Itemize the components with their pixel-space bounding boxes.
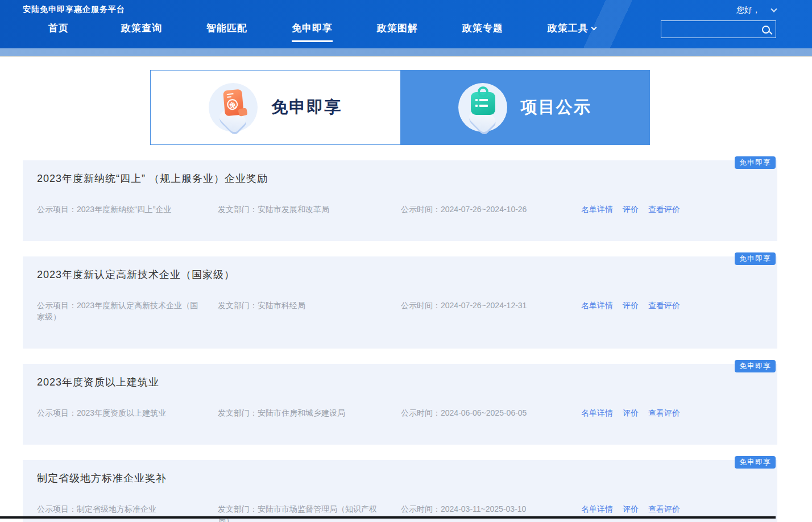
nav-item-label: 首页	[48, 23, 69, 34]
time-field-label: 公示时间：	[401, 301, 441, 310]
project-list-icon	[458, 83, 507, 132]
link-view-evaluations[interactable]: 查看评价	[648, 407, 680, 419]
department-field: 发文部门：安陆市住房和城乡建设局	[218, 407, 401, 419]
link-list-detail[interactable]: 名单详情	[581, 503, 613, 515]
department-field-label: 发文部门：	[218, 408, 258, 417]
mian-character: 免	[227, 98, 239, 110]
link-view-evaluations[interactable]: 查看评价	[648, 503, 680, 515]
card-actions: 名单详情评价查看评价	[581, 300, 680, 311]
policy-title[interactable]: 2023年度新纳统“四上” （规上服务业）企业奖励	[37, 172, 763, 185]
time-field-value: 2024-07-26~2024-12-31	[441, 301, 527, 310]
time-field-value: 2024-06-06~2025-06-05	[441, 408, 527, 417]
time-field: 公示时间：2024-07-26~2024-10-26	[401, 204, 581, 215]
view-tabs: 免 免申即享 项目公示	[150, 70, 650, 145]
link-view-evaluations[interactable]: 查看评价	[648, 204, 680, 215]
policy-card: 免申即享2023年度新认定高新技术企业（国家级）公示项目：2023年度新认定高新…	[23, 256, 777, 349]
time-field-value: 2024-03-11~2025-03-10	[441, 504, 526, 513]
policy-title[interactable]: 制定省级地方标准企业奖补	[37, 471, 763, 485]
chevron-down-icon[interactable]	[770, 6, 777, 12]
nav-item-label: 智能匹配	[206, 23, 247, 34]
department-field: 发文部门：安陆市科经局	[218, 300, 401, 311]
link-list-detail[interactable]: 名单详情	[581, 204, 613, 215]
policy-card: 免申即享制定省级地方标准企业奖补公示项目：制定省级地方标准企业发文部门：安陆市市…	[23, 460, 777, 522]
nav-item-home[interactable]: 首页	[48, 22, 69, 42]
card-actions: 名单详情评价查看评价	[581, 503, 680, 515]
department-field: 发文部门：安陆市发展和改革局	[218, 204, 401, 215]
time-field-label: 公示时间：	[401, 205, 441, 214]
footer-top-edge	[0, 516, 776, 519]
link-evaluate[interactable]: 评价	[623, 300, 639, 311]
search-box[interactable]	[661, 20, 776, 38]
nav-item-policy-tools[interactable]: 政策工具	[548, 22, 596, 42]
nav-item-policy-topics[interactable]: 政策专题	[462, 22, 503, 42]
time-field-label: 公示时间：	[401, 408, 441, 417]
project-field-label: 公示项目：	[37, 408, 77, 417]
nav-item-policy-graphic[interactable]: 政策图解	[377, 22, 418, 42]
link-view-evaluations[interactable]: 查看评价	[648, 300, 680, 311]
greeting-text: 您好，	[736, 5, 760, 15]
user-greeting[interactable]: 您好，	[736, 5, 776, 15]
policy-meta: 公示项目：2023年度新认定高新技术企业（国家级）发文部门：安陆市科经局公示时间…	[37, 300, 763, 322]
policy-title[interactable]: 2023年度资质以上建筑业	[37, 375, 763, 389]
nav-item-label: 政策专题	[462, 23, 503, 34]
publicity-list: 免申即享2023年度新纳统“四上” （规上服务业）企业奖励公示项目：2023年度…	[23, 160, 777, 522]
project-field-value: 2023年度资质以上建筑业	[77, 408, 166, 417]
mianshen-badge: 免申即享	[735, 360, 776, 372]
link-evaluate[interactable]: 评价	[623, 503, 639, 515]
mianshen-badge: 免申即享	[735, 456, 776, 469]
main-nav: 首页政策查询智能匹配免申即享政策图解政策专题政策工具	[48, 22, 640, 42]
link-evaluate[interactable]: 评价	[623, 407, 639, 419]
nav-item-label: 免申即享	[292, 23, 333, 34]
time-field: 公示时间：2024-06-06~2025-06-05	[401, 407, 581, 419]
tab-label: 项目公示	[521, 96, 591, 119]
policy-meta: 公示项目：2023年度资质以上建筑业发文部门：安陆市住房和城乡建设局公示时间：2…	[37, 407, 763, 419]
nav-item-mianshen-jixiang[interactable]: 免申即享	[292, 22, 333, 42]
project-field: 公示项目：制定省级地方标准企业	[37, 503, 218, 515]
project-field: 公示项目：2023年度新认定高新技术企业（国家级）	[37, 300, 218, 322]
banner-strip	[0, 48, 812, 57]
project-field-label: 公示项目：	[37, 504, 77, 513]
link-evaluate[interactable]: 评价	[623, 204, 639, 215]
time-field-value: 2024-07-26~2024-10-26	[441, 205, 527, 214]
mianshen-document-icon: 免	[209, 83, 258, 132]
project-field-label: 公示项目：	[37, 301, 77, 310]
site-title: 安陆免申即享惠企服务平台	[23, 5, 125, 15]
link-list-detail[interactable]: 名单详情	[581, 407, 613, 419]
chevron-down-icon	[591, 25, 597, 31]
policy-meta: 公示项目：2023年度新纳统“四上”企业发文部门：安陆市发展和改革局公示时间：2…	[37, 204, 763, 215]
mianshen-badge: 免申即享	[735, 156, 776, 169]
search-icon[interactable]	[762, 26, 770, 34]
department-field-value: 安陆市发展和改革局	[258, 205, 329, 214]
policy-meta: 公示项目：制定省级地方标准企业发文部门：安陆市市场监督管理局（知识产权局）公示时…	[37, 503, 763, 522]
department-field-label: 发文部门：	[218, 205, 258, 214]
project-field-label: 公示项目：	[37, 205, 77, 214]
nav-item-label: 政策查询	[121, 23, 162, 34]
nav-item-label: 政策工具	[548, 23, 589, 34]
project-field: 公示项目：2023年度新纳统“四上”企业	[37, 204, 218, 215]
link-list-detail[interactable]: 名单详情	[581, 300, 613, 311]
mianshen-badge: 免申即享	[735, 252, 776, 265]
department-field-value: 安陆市住房和城乡建设局	[258, 408, 345, 417]
policy-card: 免申即享2023年度新纳统“四上” （规上服务业）企业奖励公示项目：2023年度…	[23, 160, 777, 241]
project-field-value: 制定省级地方标准企业	[77, 504, 156, 513]
policy-title[interactable]: 2023年度新认定高新技术企业（国家级）	[37, 268, 763, 281]
card-actions: 名单详情评价查看评价	[581, 204, 680, 215]
department-field: 发文部门：安陆市市场监督管理局（知识产权局）	[218, 503, 401, 522]
tab-mianshen-jixiang[interactable]: 免 免申即享	[151, 71, 400, 144]
department-field-label: 发文部门：	[218, 504, 258, 513]
card-actions: 名单详情评价查看评价	[581, 407, 680, 419]
nav-item-smart-match[interactable]: 智能匹配	[206, 22, 247, 42]
search-input[interactable]	[661, 25, 762, 34]
time-field: 公示时间：2024-07-26~2024-12-31	[401, 300, 581, 311]
policy-card: 免申即享2023年度资质以上建筑业公示项目：2023年度资质以上建筑业发文部门：…	[23, 364, 777, 445]
department-field-label: 发文部门：	[218, 301, 258, 310]
time-field: 公示时间：2024-03-11~2025-03-10	[401, 503, 581, 515]
nav-item-policy-search[interactable]: 政策查询	[121, 22, 162, 42]
department-field-value: 安陆市科经局	[258, 301, 305, 310]
tab-project-publicity[interactable]: 项目公示	[400, 71, 650, 144]
site-header: 安陆免申即享惠企服务平台 您好， 首页政策查询智能匹配免申即享政策图解政策专题政…	[0, 0, 812, 48]
tab-label: 免申即享	[271, 96, 342, 119]
project-field-value: 2023年度新纳统“四上”企业	[77, 205, 171, 214]
nav-item-label: 政策图解	[377, 23, 418, 34]
time-field-label: 公示时间：	[401, 504, 441, 513]
